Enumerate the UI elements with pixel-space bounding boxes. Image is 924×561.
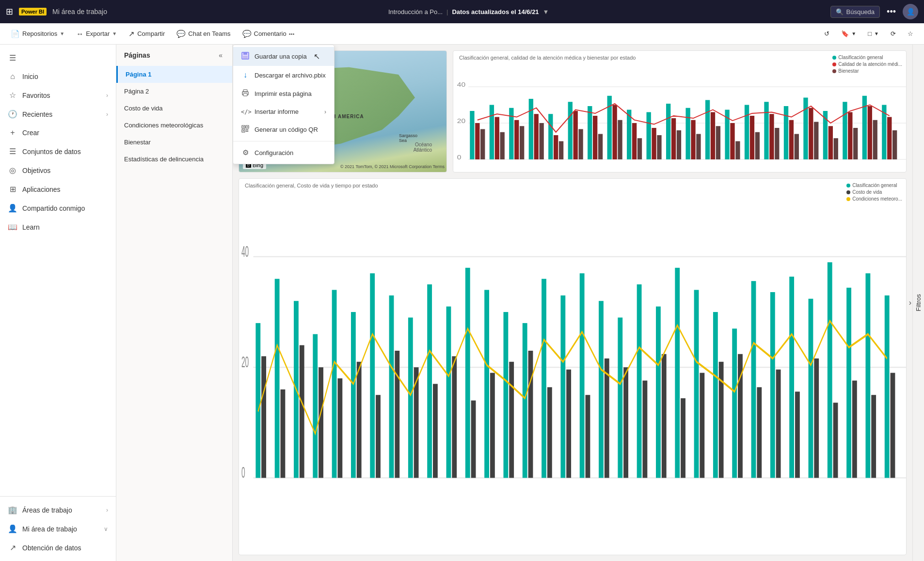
page-item-p1[interactable]: Página 1 <box>116 66 232 83</box>
svg-rect-7 <box>475 123 479 159</box>
sidebar-label-crear: Crear <box>22 129 39 137</box>
page-item-p3[interactable]: Costo de vida <box>116 100 232 117</box>
svg-rect-116 <box>618 317 622 478</box>
page-item-p6[interactable]: Estadísticas de delincuencia <box>116 151 232 168</box>
qr-label: Generar un código QR <box>255 126 318 133</box>
compartir-button[interactable]: ↗ Compartir <box>124 27 170 41</box>
dropdown-item-guardar[interactable]: Guardar una copia ↖ <box>233 47 334 66</box>
svg-rect-128 <box>732 328 737 478</box>
sidebar-item-favoritos[interactable]: ☆ Favoritos › <box>0 86 116 105</box>
waffle-icon[interactable]: ⊞ <box>6 6 13 17</box>
cursor: ↖ <box>314 52 320 61</box>
view-button[interactable]: □ ▼ <box>863 28 884 40</box>
exportar-icon: ↔ <box>76 30 83 38</box>
legend-label-b1: Clasificación general <box>852 183 897 188</box>
my-workspace-icon: 👤 <box>8 524 17 533</box>
svg-rect-104 <box>503 312 508 478</box>
svg-rect-87 <box>337 378 342 478</box>
pages-header: Páginas « <box>116 45 232 66</box>
search-box[interactable]: 🔍 Búsqueda <box>830 6 880 18</box>
sidebar-item-areas[interactable]: 🏢 Áreas de trabajo › <box>0 500 116 519</box>
star-button[interactable]: ☆ <box>903 28 918 40</box>
clock-icon: 🕐 <box>8 109 17 119</box>
dropdown-item-config[interactable]: ⚙ Configuración <box>233 143 334 162</box>
svg-rect-97 <box>433 384 438 478</box>
dropdown-item-imprimir[interactable]: Imprimir esta página <box>233 84 334 103</box>
chat-teams-button[interactable]: 💬 Chat en Teams <box>172 27 235 41</box>
sidebar-item-crear[interactable]: + Crear <box>0 124 116 142</box>
svg-rect-111 <box>566 370 571 478</box>
comentario-button[interactable]: 💬 Comentario ••• <box>238 27 300 41</box>
more-options-button[interactable]: ••• <box>884 5 899 19</box>
bookmark-icon: 🔖 <box>841 30 849 37</box>
legend-dot-b3 <box>846 197 850 201</box>
svg-rect-115 <box>605 358 609 478</box>
svg-rect-89 <box>357 362 362 478</box>
teams-icon: 💬 <box>176 30 186 38</box>
svg-text:40: 40 <box>241 243 249 260</box>
pages-collapse-button[interactable]: « <box>217 50 224 60</box>
svg-rect-123 <box>681 398 685 478</box>
svg-text:0: 0 <box>241 464 245 481</box>
bookmark-button[interactable]: 🔖 ▼ <box>836 28 861 40</box>
dropdown-item-qr[interactable]: Generar un código QR <box>233 120 334 139</box>
sidebar-item-recientes[interactable]: 🕐 Recientes › <box>0 105 116 124</box>
filters-panel[interactable]: Filtros <box>912 45 924 561</box>
top-navigation: ⊞ Power BI Mi área de trabajo Introducci… <box>0 0 924 23</box>
repositorios-icon: 📄 <box>11 30 20 38</box>
bar-chart-svg-top: 40 20 0 <box>453 62 906 172</box>
svg-rect-14 <box>520 126 524 159</box>
print-icon <box>241 89 250 98</box>
refresh-button[interactable]: ⟳ <box>886 28 901 40</box>
collapse-right-button[interactable]: › <box>909 298 911 307</box>
sidebar-item-aplicaciones[interactable]: ⊞ Aplicaciones <box>0 180 116 199</box>
sidebar-collapse[interactable]: ☰ <box>0 48 116 67</box>
sidebar-item-inicio[interactable]: ⌂ Inicio <box>0 67 116 86</box>
svg-rect-138 <box>828 262 832 478</box>
svg-rect-44 <box>716 126 720 159</box>
exportar-button[interactable]: ↔ Exportar ▼ <box>71 27 122 40</box>
svg-rect-62 <box>834 138 838 159</box>
page-item-p5[interactable]: Bienestar <box>116 134 232 151</box>
svg-rect-100 <box>465 268 470 478</box>
dropdown-item-insertar[interactable]: </> Insertar informe › <box>233 103 334 120</box>
svg-rect-51 <box>764 102 768 159</box>
svg-rect-92 <box>389 296 394 478</box>
svg-rect-78 <box>255 323 260 478</box>
repositorios-button[interactable]: 📄 Repositorios ▼ <box>6 27 69 41</box>
svg-rect-81 <box>281 390 286 478</box>
svg-rect-133 <box>776 370 781 478</box>
svg-rect-50 <box>755 132 760 159</box>
guardar-label: Guardar una copia <box>255 53 307 60</box>
star-icon: ☆ <box>908 30 913 37</box>
svg-rect-42 <box>705 100 710 160</box>
svg-rect-158 <box>246 129 247 130</box>
data-updated: Datos actualizados el 14/6/21 <box>452 8 539 16</box>
goals-icon: ◎ <box>8 166 17 175</box>
avatar-icon: 👤 <box>907 8 915 16</box>
sidebar-item-objetivos[interactable]: ◎ Objetivos <box>0 161 116 180</box>
svg-rect-88 <box>351 312 356 478</box>
chevron-down-icon[interactable]: ▼ <box>543 8 549 16</box>
home-icon: ⌂ <box>8 72 17 81</box>
legend-dot-b2 <box>846 190 850 194</box>
bookmark-chevron: ▼ <box>851 31 856 36</box>
sidebar-item-learn[interactable]: 📖 Learn <box>0 218 116 236</box>
dropdown-item-descargar[interactable]: ↓ Descargar el archivo.pbix <box>233 66 334 84</box>
sidebar-label-mi-area: Mi área de trabajo <box>22 525 77 533</box>
sidebar-item-obtencion[interactable]: ↗ Obtención de datos <box>0 538 116 557</box>
avatar[interactable]: 👤 <box>903 4 918 19</box>
sidebar-item-conjuntos[interactable]: ☰ Conjuntos de datos <box>0 142 116 161</box>
svg-rect-61 <box>828 126 833 159</box>
undo-button[interactable]: ↺ <box>819 28 834 40</box>
sidebar-item-compartido[interactable]: 👤 Compartido conmigo <box>0 199 116 218</box>
svg-rect-118 <box>637 284 642 478</box>
sidebar-item-mi-area[interactable]: 👤 Mi área de trabajo ∨ <box>0 519 116 538</box>
page-item-p2[interactable]: Página 2 <box>116 83 232 100</box>
apps-icon: ⊞ <box>8 185 17 194</box>
svg-rect-48 <box>745 105 749 160</box>
svg-rect-141 <box>852 381 857 478</box>
svg-rect-43 <box>711 112 715 160</box>
sidebar: ☰ ⌂ Inicio ☆ Favoritos › 🕐 Recientes › +… <box>0 45 116 561</box>
page-item-p4[interactable]: Condiciones meteorológicas <box>116 117 232 134</box>
